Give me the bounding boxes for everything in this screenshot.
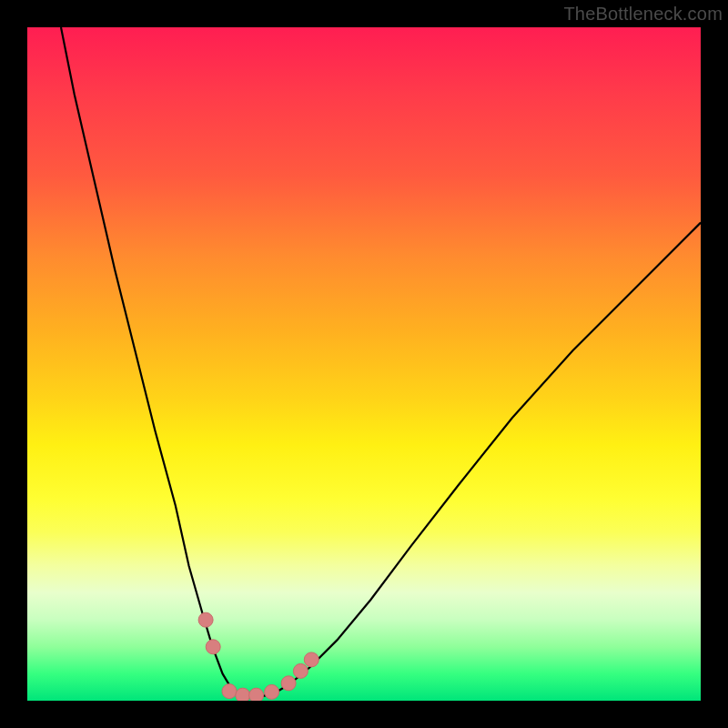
watermark-text: TheBottleneck.com [563,4,723,25]
curve-marker [265,684,279,699]
bottleneck-curve [27,27,701,701]
curve-marker [249,688,264,701]
curve-marker [222,684,237,699]
curve-marker [281,676,296,691]
curve-marker [304,652,318,667]
curve-marker [236,688,250,701]
curve-marker [198,612,213,627]
curve-marker [293,663,308,678]
plot-area [27,27,701,701]
curve-markers [198,612,318,701]
chart-frame: TheBottleneck.com [0,0,728,728]
curve-path [61,27,701,697]
curve-marker [206,640,220,654]
